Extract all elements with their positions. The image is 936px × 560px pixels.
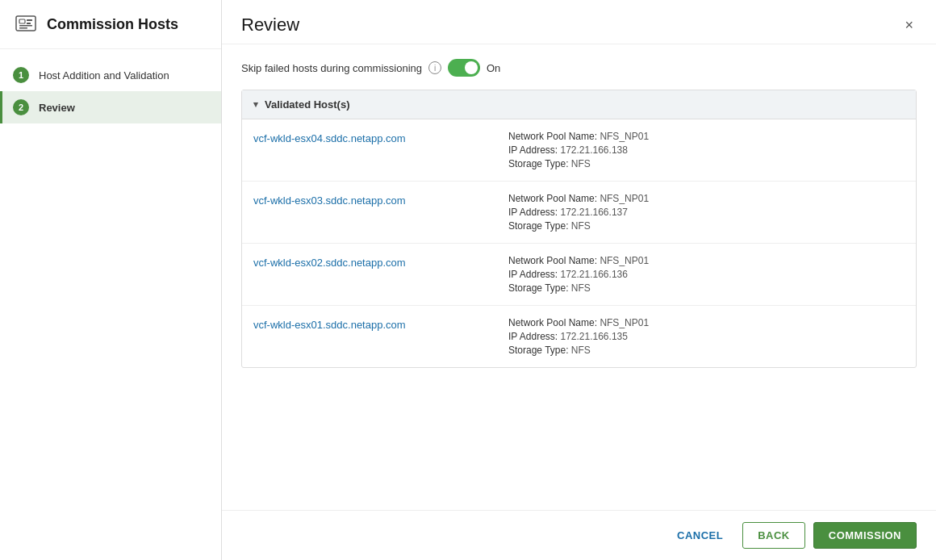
back-button[interactable]: BACK (742, 522, 805, 549)
ip-address-item: IP Address: 172.21.166.136 (508, 269, 905, 280)
svg-rect-3 (27, 23, 31, 24)
table-row: vcf-wkld-esx03.sddc.netapp.com Network P… (242, 182, 916, 244)
host-details: Network Pool Name: NFS_NP01 IP Address: … (508, 317, 905, 356)
step-2-label: Review (39, 102, 75, 114)
svg-rect-5 (19, 27, 27, 29)
ip-address-item: IP Address: 172.21.166.137 (508, 207, 905, 218)
skip-failed-row: Skip failed hosts during commissioning i… (241, 59, 917, 77)
storage-type-item: Storage Type: NFS (508, 282, 905, 294)
sidebar-item-host-addition[interactable]: 1 Host Addition and Validation (0, 59, 221, 91)
host-details: Network Pool Name: NFS_NP01 IP Address: … (508, 255, 905, 294)
host-name: vcf-wkld-esx02.sddc.netapp.com (253, 255, 495, 269)
ip-address-item: IP Address: 172.21.166.135 (508, 331, 905, 342)
commission-button[interactable]: COMMISSION (813, 522, 917, 549)
svg-rect-2 (27, 19, 32, 21)
storage-type-item: Storage Type: NFS (508, 220, 905, 232)
section-header-label: Validated Host(s) (265, 98, 349, 111)
host-details: Network Pool Name: NFS_NP01 IP Address: … (508, 131, 905, 169)
step-1-label: Host Addition and Validation (39, 69, 169, 81)
host-name: vcf-wkld-esx01.sddc.netapp.com (253, 317, 495, 331)
validated-hosts-section: ▾ Validated Host(s) vcf-wkld-esx04.sddc.… (241, 90, 917, 368)
svg-rect-1 (19, 19, 25, 23)
network-pool-item: Network Pool Name: NFS_NP01 (508, 193, 905, 204)
step-1-number: 1 (13, 67, 29, 83)
section-header[interactable]: ▾ Validated Host(s) (242, 90, 916, 119)
skip-failed-label: Skip failed hosts during commissioning (241, 62, 422, 74)
skip-failed-toggle[interactable] (448, 59, 480, 77)
table-row: vcf-wkld-esx04.sddc.netapp.com Network P… (242, 119, 916, 182)
page-title: Review (241, 15, 299, 36)
toggle-on-label: On (487, 62, 500, 74)
host-name: vcf-wkld-esx03.sddc.netapp.com (253, 193, 495, 207)
sidebar-title: Commission Hosts (47, 16, 178, 33)
storage-type-item: Storage Type: NFS (508, 158, 905, 169)
sidebar-header: Commission Hosts (0, 0, 221, 49)
info-icon[interactable]: i (428, 61, 441, 74)
sidebar: Commission Hosts 1 Host Addition and Val… (0, 0, 222, 560)
main-panel: Review × Skip failed hosts during commis… (222, 0, 936, 560)
sidebar-nav: 1 Host Addition and Validation 2 Review (0, 49, 221, 133)
svg-rect-4 (19, 25, 32, 27)
network-pool-item: Network Pool Name: NFS_NP01 (508, 255, 905, 266)
footer-buttons: CANCEL BACK COMMISSION (222, 510, 936, 560)
chevron-down-icon: ▾ (253, 99, 258, 110)
close-button[interactable]: × (901, 15, 917, 36)
sidebar-item-review[interactable]: 2 Review (0, 91, 221, 123)
commission-hosts-icon (13, 11, 39, 37)
table-row: vcf-wkld-esx01.sddc.netapp.com Network P… (242, 306, 916, 367)
ip-address-item: IP Address: 172.21.166.138 (508, 144, 905, 156)
review-body: Skip failed hosts during commissioning i… (222, 44, 936, 510)
main-header: Review × (222, 0, 936, 44)
network-pool-item: Network Pool Name: NFS_NP01 (508, 317, 905, 328)
step-2-number: 2 (13, 99, 29, 115)
host-details: Network Pool Name: NFS_NP01 IP Address: … (508, 193, 905, 232)
storage-type-item: Storage Type: NFS (508, 345, 905, 356)
host-name: vcf-wkld-esx04.sddc.netapp.com (253, 131, 495, 144)
table-row: vcf-wkld-esx02.sddc.netapp.com Network P… (242, 244, 916, 306)
cancel-button[interactable]: CANCEL (666, 523, 734, 548)
hosts-container: vcf-wkld-esx04.sddc.netapp.com Network P… (242, 119, 916, 367)
network-pool-item: Network Pool Name: NFS_NP01 (508, 131, 905, 142)
